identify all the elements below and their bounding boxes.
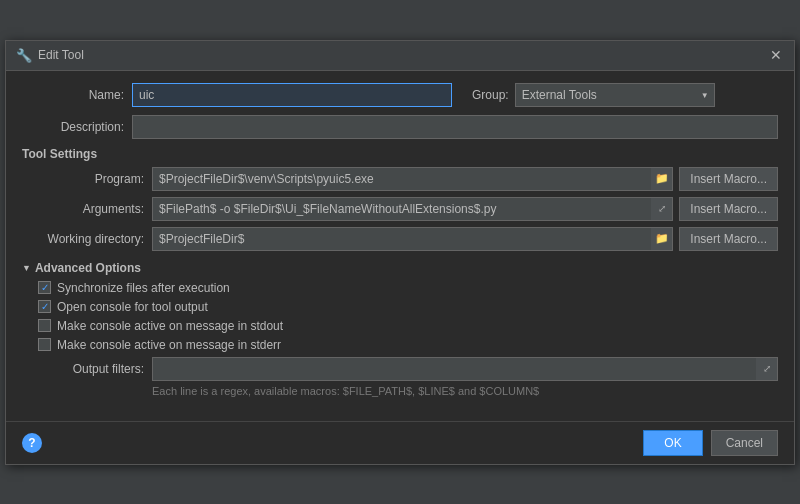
bottom-bar: ? OK Cancel — [6, 421, 794, 464]
folder-icon: 📁 — [655, 172, 669, 185]
arguments-input-wrapper: ⤢ — [152, 197, 673, 221]
help-button[interactable]: ? — [22, 433, 42, 453]
advanced-options-label: Advanced Options — [35, 261, 141, 275]
arguments-expand-button[interactable]: ⤢ — [651, 197, 673, 221]
program-insert-macro-button[interactable]: Insert Macro... — [679, 167, 778, 191]
program-input[interactable] — [152, 167, 673, 191]
make-console-stdout-row: Make console active on message in stdout — [22, 319, 778, 333]
output-filters-hint: Each line is a regex, available macros: … — [22, 385, 778, 397]
expand-icon-2: ⤢ — [763, 363, 771, 374]
title-bar-left: 🔧 Edit Tool — [16, 48, 84, 63]
working-dir-input-wrapper: 📁 — [152, 227, 673, 251]
arguments-label: Arguments: — [22, 202, 152, 216]
cancel-button[interactable]: Cancel — [711, 430, 778, 456]
open-console-checkbox[interactable] — [38, 300, 51, 313]
working-dir-label: Working directory: — [22, 232, 152, 246]
description-input[interactable] — [132, 115, 778, 139]
output-filters-input-wrapper: ⤢ — [152, 357, 778, 381]
make-console-stdout-label: Make console active on message in stdout — [57, 319, 283, 333]
advanced-options-toggle[interactable]: ▼ — [22, 263, 31, 273]
working-dir-input[interactable] — [152, 227, 673, 251]
program-label: Program: — [22, 172, 152, 186]
output-filters-label: Output filters: — [22, 362, 152, 376]
name-group-row: Name: Group: External Tools — [22, 83, 778, 107]
make-console-stderr-checkbox[interactable] — [38, 338, 51, 351]
edit-tool-dialog: 🔧 Edit Tool ✕ Name: Group: External Tool… — [5, 40, 795, 465]
folder-icon-2: 📁 — [655, 232, 669, 245]
working-dir-insert-macro-button[interactable]: Insert Macro... — [679, 227, 778, 251]
advanced-options-header: ▼ Advanced Options — [22, 261, 778, 275]
close-button[interactable]: ✕ — [768, 47, 784, 63]
description-label: Description: — [22, 120, 132, 134]
program-folder-button[interactable]: 📁 — [651, 167, 673, 191]
action-buttons: OK Cancel — [643, 430, 778, 456]
make-console-stderr-label: Make console active on message in stderr — [57, 338, 281, 352]
expand-icon: ⤢ — [658, 203, 666, 214]
ok-button[interactable]: OK — [643, 430, 702, 456]
dialog-icon: 🔧 — [16, 48, 32, 63]
program-row: Program: 📁 Insert Macro... — [22, 167, 778, 191]
group-select-wrapper: External Tools — [515, 83, 715, 107]
dialog-content: Name: Group: External Tools Description:… — [6, 71, 794, 417]
group-label: Group: — [452, 88, 509, 102]
sync-files-row: Synchronize files after execution — [22, 281, 778, 295]
title-bar: 🔧 Edit Tool ✕ — [6, 41, 794, 71]
program-input-wrapper: 📁 — [152, 167, 673, 191]
name-input[interactable] — [132, 83, 452, 107]
sync-files-checkbox[interactable] — [38, 281, 51, 294]
working-dir-folder-button[interactable]: 📁 — [651, 227, 673, 251]
name-label: Name: — [22, 88, 132, 102]
working-dir-row: Working directory: 📁 Insert Macro... — [22, 227, 778, 251]
arguments-input[interactable] — [152, 197, 673, 221]
sync-files-label: Synchronize files after execution — [57, 281, 230, 295]
arguments-insert-macro-button[interactable]: Insert Macro... — [679, 197, 778, 221]
description-row: Description: — [22, 115, 778, 139]
make-console-stderr-row: Make console active on message in stderr — [22, 338, 778, 352]
group-select[interactable]: External Tools — [515, 83, 715, 107]
arguments-row: Arguments: ⤢ Insert Macro... — [22, 197, 778, 221]
output-filters-expand-button[interactable]: ⤢ — [756, 357, 778, 381]
output-filters-input[interactable] — [152, 357, 778, 381]
open-console-row: Open console for tool output — [22, 300, 778, 314]
open-console-label: Open console for tool output — [57, 300, 208, 314]
make-console-stdout-checkbox[interactable] — [38, 319, 51, 332]
dialog-title: Edit Tool — [38, 48, 84, 62]
tool-settings-label: Tool Settings — [22, 147, 778, 161]
output-filters-row: Output filters: ⤢ — [22, 357, 778, 381]
